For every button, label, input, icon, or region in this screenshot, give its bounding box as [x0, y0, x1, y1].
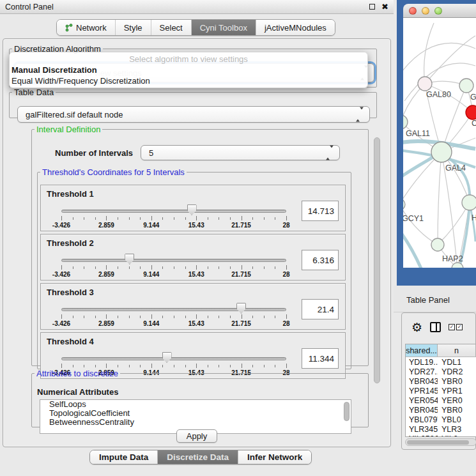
slider-track[interactable] [61, 259, 286, 262]
dropdown-option-equal-width[interactable]: Equal Width/Frequency Discretization [10, 75, 367, 86]
table-cell[interactable]: YPR1 [438, 387, 476, 395]
slider-thumb[interactable] [187, 204, 197, 215]
network-node[interactable] [431, 238, 444, 251]
attribute-list-item[interactable]: TopologicalCoefficient [40, 409, 351, 418]
table-hscrollbar-thumb[interactable] [407, 440, 469, 445]
tab-jactivemnodules[interactable]: jActiveMNodules [256, 20, 335, 35]
table-cell[interactable]: YIL052C [406, 434, 438, 438]
numerical-attributes-list[interactable]: SelfLoopsTopologicalCoefficientBetweenne… [40, 399, 351, 434]
table-cell[interactable]: YDL1 [438, 358, 476, 367]
float-window-icon[interactable] [369, 4, 375, 10]
network-node[interactable] [462, 195, 476, 210]
table-cell[interactable]: YBR0 [438, 406, 476, 415]
close-traffic-light[interactable] [409, 7, 417, 15]
network-edge[interactable] [438, 152, 441, 245]
network-edge[interactable] [403, 204, 438, 245]
table-hscrollbar[interactable] [405, 438, 476, 446]
table-cell[interactable]: YBR045C [406, 406, 438, 415]
zoom-traffic-light[interactable] [434, 7, 442, 15]
list-scrollbar[interactable] [343, 401, 350, 433]
table-cell[interactable]: YBL0 [438, 415, 476, 424]
attribute-list-item[interactable]: SelfLoops [40, 400, 351, 409]
table-cell[interactable]: YDL19... [406, 358, 438, 367]
network-node[interactable] [466, 105, 476, 119]
table-row[interactable]: YDR27...YDR2 [406, 367, 476, 376]
tick-mark [286, 265, 287, 270]
node-attribute-table[interactable]: shared...nYDL19...YDL1YDR27...YDR2YBR043… [405, 344, 476, 437]
table-header-row: shared...n [406, 344, 476, 357]
threshold-value-field[interactable]: 11.344 [302, 348, 339, 369]
threshold-slider[interactable]: -3.4262.8599.14415.4321.71528 [58, 203, 290, 230]
tick-label: 28 [282, 222, 289, 229]
table-row[interactable]: YDL19...YDL1 [406, 357, 476, 367]
table-cell[interactable]: YER0 [438, 396, 476, 405]
threshold-value-field[interactable]: 21.4 [302, 299, 339, 319]
network-edge[interactable] [403, 229, 421, 268]
table-row[interactable]: YIL052CYIL0 [406, 434, 476, 437]
slider-track[interactable] [61, 308, 286, 311]
tick-mark [185, 316, 186, 318]
network-node[interactable] [459, 79, 473, 93]
dropdown-option-manual[interactable]: Manual Discretization [10, 65, 367, 75]
table-row[interactable]: YBR045CYBR0 [406, 405, 476, 415]
slider-thumb[interactable] [125, 254, 134, 265]
column-visibility-icon[interactable]: ✓ ✓ [449, 324, 463, 330]
table-cell[interactable]: YBR0 [438, 377, 476, 386]
interval-definition-title: Interval Definition [35, 125, 102, 134]
slider-ticks [61, 265, 286, 270]
threshold-slider[interactable]: -3.4262.8599.14415.4321.71528 [58, 302, 290, 328]
tab-impute-data[interactable]: Impute Data [90, 450, 158, 464]
number-of-intervals-combo[interactable]: 5 [141, 145, 340, 160]
table-cell[interactable]: YBL079W [406, 415, 438, 424]
network-node[interactable] [431, 142, 452, 162]
minimize-traffic-light[interactable] [422, 7, 429, 15]
dropdown-placeholder-item[interactable]: Select algorithm to view settings [10, 52, 367, 65]
column-header-shared-name[interactable]: shared... [406, 344, 438, 357]
tick-mark [106, 265, 107, 270]
table-data-combo[interactable]: galFiltered.sif default node [17, 106, 370, 123]
settings-scrollbar-thumb[interactable] [374, 137, 380, 383]
tab-cyni-toolbox[interactable]: Cyni Toolbox [192, 20, 256, 35]
network-canvas[interactable]: GAL80GAL11GAL4GCY1HAP2GCH [403, 18, 476, 268]
network-node[interactable] [403, 199, 405, 210]
tab-select[interactable]: Select [151, 20, 192, 35]
table-cell[interactable]: YPR145W [406, 387, 438, 395]
network-node[interactable] [403, 115, 408, 129]
network-node[interactable] [418, 77, 432, 91]
slider-track[interactable] [61, 357, 286, 360]
threshold-slider[interactable]: -3.4262.8599.14415.4321.71528 [58, 252, 290, 279]
threshold-value-field[interactable]: 6.316 [302, 250, 339, 270]
slider-thumb[interactable] [236, 303, 246, 314]
tab-style[interactable]: Style [116, 20, 151, 35]
table-row[interactable]: YBL079WYBL0 [406, 415, 476, 424]
slider-track[interactable] [61, 210, 286, 213]
table-cell[interactable]: YLR345W [406, 425, 438, 434]
network-edge[interactable] [403, 43, 475, 77]
column-header-name[interactable]: n [438, 344, 476, 357]
table-row[interactable]: YLR345WYLR3 [406, 424, 476, 434]
attribute-list-item[interactable]: BetweennessCentrality [40, 418, 351, 427]
tick-mark [162, 266, 163, 269]
attributes-title: Attributes to discretize [35, 369, 120, 378]
split-columns-icon[interactable] [430, 322, 441, 332]
close-icon[interactable]: ✖ [381, 4, 388, 10]
table-cell[interactable]: YBR043C [406, 377, 438, 386]
tab-network[interactable]: Network [57, 20, 116, 35]
table-cell[interactable]: YIL0 [438, 434, 476, 438]
table-cell[interactable]: YLR3 [438, 425, 476, 434]
slider-thumb[interactable] [162, 352, 172, 363]
table-cell[interactable]: YDR27... [406, 367, 438, 376]
tick-mark [208, 266, 208, 269]
network-window-titlebar[interactable] [403, 4, 476, 18]
settings-scrollbar[interactable] [374, 132, 381, 413]
tab-discretize-data[interactable]: Discretize Data [158, 450, 238, 464]
table-row[interactable]: YER054CYER0 [406, 395, 476, 405]
table-row[interactable]: YPR145WYPR1 [406, 386, 476, 395]
table-cell[interactable]: YER054C [406, 396, 438, 405]
threshold-value-field[interactable]: 14.713 [302, 201, 339, 221]
gear-icon[interactable]: ⚙ [411, 321, 422, 334]
tab-infer-network[interactable]: Infer Network [238, 450, 311, 464]
table-row[interactable]: YBR043CYBR0 [406, 376, 476, 386]
table-cell[interactable]: YDR2 [438, 367, 476, 376]
apply-button[interactable]: Apply [176, 429, 217, 443]
